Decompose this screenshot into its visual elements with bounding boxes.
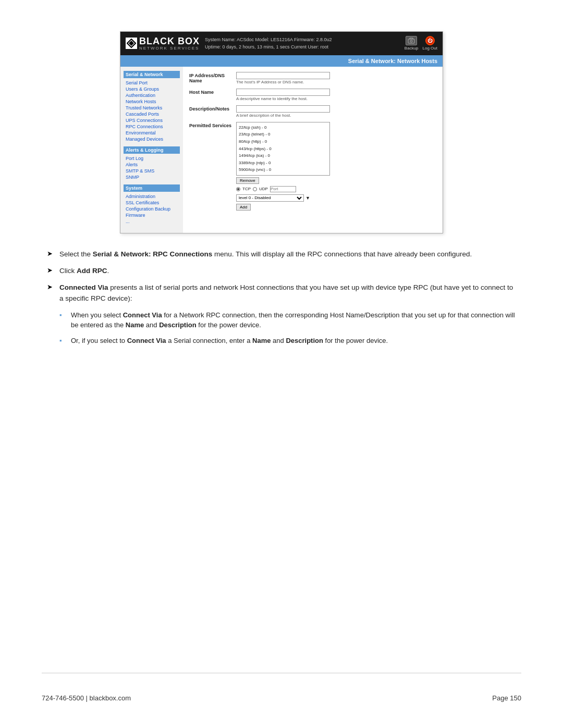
logout-button[interactable]: ⏻ Log Out xyxy=(423,36,437,51)
doc-bullet-2: ➤ Click Add RPC. xyxy=(47,266,516,276)
svg-rect-2 xyxy=(408,39,414,43)
backup-button[interactable]: Backup xyxy=(405,36,419,51)
sidebar-item-authentication[interactable]: Authentication xyxy=(124,92,180,98)
hostname-hint: A descriptive name to identify the host. xyxy=(236,96,436,101)
brand-logo: BLACK BOX NETWORK SERVICES xyxy=(126,36,200,51)
hostname-input[interactable] xyxy=(236,89,330,96)
ip-input[interactable] xyxy=(236,72,330,79)
service-item-4: 1494/tcp (ica) - 0 xyxy=(239,152,327,159)
bullet3-arrow: ➤ xyxy=(47,283,55,291)
app-header: BLACK BOX NETWORK SERVICES System Name: … xyxy=(120,32,443,55)
doc-bullet-1: ➤ Select the Serial & Network: RPC Conne… xyxy=(47,249,516,260)
doc-bullet-3: ➤ Connected Via presents a list of seria… xyxy=(47,282,516,304)
sidebar-item-users-groups[interactable]: Users & Groups xyxy=(124,86,180,92)
desc-label: Description/Notes xyxy=(189,105,236,112)
sidebar-item-snmp[interactable]: SNMP xyxy=(124,174,180,180)
form-area: IP Address/DNS Name The host's IP Addres… xyxy=(183,67,443,233)
sidebar-item-smtp-sms[interactable]: SMTP & SMS xyxy=(124,168,180,174)
sub-bullet-marker-1: ▪ xyxy=(59,311,67,319)
sidebar-item-managed-devices[interactable]: Managed Devices xyxy=(124,136,180,142)
sidebar-section3-title: System xyxy=(124,184,180,192)
permitted-label: Permitted Services xyxy=(189,122,236,128)
service-item-3: 443/tcp (https) - 0 xyxy=(239,145,327,153)
add-button[interactable]: Add xyxy=(236,204,251,211)
sidebar: Serial & Network Serial Port Users & Gro… xyxy=(120,67,183,233)
sub1-bold1: Connect Via xyxy=(123,311,162,319)
services-field: 22/tcp (ssh) - 0 23/tcp (telnet) - 0 80/… xyxy=(236,122,436,211)
port-input[interactable] xyxy=(270,186,296,192)
sidebar-item-rpc-connections[interactable]: RPC Connections xyxy=(124,124,180,130)
bullet1-bold: Serial & Network: RPC Connections xyxy=(93,250,213,258)
sidebar-item-serial-port[interactable]: Serial Port xyxy=(124,80,180,86)
bullet1-text: Select the Serial & Network: RPC Connect… xyxy=(59,249,472,260)
sub-bullet-1-text: When you select Connect Via for a Networ… xyxy=(71,310,516,330)
tcp-radio[interactable] xyxy=(236,187,240,191)
ip-row: IP Address/DNS Name The host's IP Addres… xyxy=(189,72,436,84)
sidebar-section-serial-network: Serial & Network Serial Port Users & Gro… xyxy=(124,71,180,142)
service-item-1: 23/tcp (telnet) - 0 xyxy=(239,131,327,138)
screenshot-box: BLACK BOX NETWORK SERVICES System Name: … xyxy=(120,31,443,233)
tcp-label: TCP xyxy=(242,187,251,191)
brand-subtitle: NETWORK SERVICES xyxy=(139,46,200,51)
sidebar-item-environmental[interactable]: Environmental xyxy=(124,130,180,136)
ip-hint: The host's IP Address or DNS name. xyxy=(236,80,436,84)
udp-radio[interactable] xyxy=(253,187,257,191)
desc-field: A brief description of the host. xyxy=(236,105,436,118)
sub2-bold3: Description xyxy=(286,337,323,344)
service-item-0: 22/tcp (ssh) - 0 xyxy=(239,124,327,131)
svg-point-3 xyxy=(410,40,412,42)
backup-label: Backup xyxy=(405,46,419,51)
logout-icon: ⏻ xyxy=(425,36,435,45)
sub1-bold3: Description xyxy=(159,321,197,329)
hostname-row: Host Name A descriptive name to identify… xyxy=(189,89,436,101)
header-actions: Backup ⏻ Log Out xyxy=(405,36,437,51)
system-info: System Name: ACSdoc Model: LES1216A Firm… xyxy=(205,36,399,51)
sidebar-item-cascaded-ports[interactable]: Cascaded Ports xyxy=(124,111,180,117)
desc-row: Description/Notes A brief description of… xyxy=(189,105,436,118)
sub-bullets: ▪ When you select Connect Via for a Netw… xyxy=(59,310,516,346)
service-item-5: 3389/tcp (rdp) - 0 xyxy=(239,159,327,167)
sub-bullet-2: ▪ Or, if you select to Connect Via a Ser… xyxy=(59,336,516,346)
sidebar-item-administration[interactable]: Administration xyxy=(124,193,180,200)
services-list: 22/tcp (ssh) - 0 23/tcp (telnet) - 0 80/… xyxy=(236,122,330,176)
sidebar-item-port-log[interactable]: Port Log xyxy=(124,155,180,162)
system-info-line2: Uptime: 0 days, 2 hours, 13 mins, 1 secs… xyxy=(205,43,399,51)
bullet3-bold: Connected Via xyxy=(59,283,108,291)
page-title: Serial & Network: Network Hosts xyxy=(348,58,437,64)
sidebar-item-network-hosts[interactable]: Network Hosts xyxy=(124,98,180,105)
sidebar-item-firmware[interactable]: Firmware xyxy=(124,212,180,218)
sub-bullet-1: ▪ When you select Connect Via for a Netw… xyxy=(59,310,516,330)
sidebar-item-more[interactable]: ... xyxy=(124,218,180,225)
logo-diamond-icon xyxy=(127,39,136,48)
page-wrapper: BLACK BOX NETWORK SERVICES System Name: … xyxy=(0,0,563,728)
bullet2-text: Click Add RPC. xyxy=(59,266,109,276)
sidebar-item-trusted-networks[interactable]: Trusted Networks xyxy=(124,105,180,111)
sidebar-item-ups-connections[interactable]: UPS Connections xyxy=(124,117,180,124)
sidebar-item-alerts[interactable]: Alerts xyxy=(124,162,180,168)
sidebar-section1-title: Serial & Network xyxy=(124,71,180,78)
backup-svg-icon xyxy=(408,38,415,44)
sub2-bold1: Connect Via xyxy=(127,337,166,344)
footer-contact: 724-746-5500 | blackbox.com xyxy=(42,694,131,702)
page-title-bar: Serial & Network: Network Hosts xyxy=(120,55,443,67)
level-row: level 0 - Disabled level 1 level 2 ▼ xyxy=(236,194,436,202)
brand-name: BLACK BOX xyxy=(139,36,200,46)
remove-button[interactable]: Remove xyxy=(236,177,259,184)
doc-content: ➤ Select the Serial & Network: RPC Conne… xyxy=(42,249,521,351)
hostname-field: A descriptive name to identify the host. xyxy=(236,89,436,101)
sub1-bold2: Name xyxy=(126,321,144,329)
logout-label: Log Out xyxy=(423,46,437,51)
service-item-2: 80/tcp (http) - 0 xyxy=(239,138,327,145)
page-footer: 724-746-5500 | blackbox.com Page 150 xyxy=(42,673,521,707)
sub-bullet-2-text: Or, if you select to Connect Via a Seria… xyxy=(71,336,388,346)
bullet1-arrow: ➤ xyxy=(47,250,55,257)
sidebar-item-config-backup[interactable]: Configuration Backup xyxy=(124,206,180,212)
level-select[interactable]: level 0 - Disabled level 1 level 2 xyxy=(236,194,304,202)
desc-input[interactable] xyxy=(236,105,330,113)
system-info-line1: System Name: ACSdoc Model: LES1216A Firm… xyxy=(205,36,399,43)
hostname-label: Host Name xyxy=(189,89,236,95)
ip-label: IP Address/DNS Name xyxy=(189,72,236,83)
main-content: Serial & Network Serial Port Users & Gro… xyxy=(120,67,443,233)
sidebar-item-ssl-certificates[interactable]: SSL Certificates xyxy=(124,200,180,206)
services-row: Permitted Services 22/tcp (ssh) - 0 23/t… xyxy=(189,122,436,211)
